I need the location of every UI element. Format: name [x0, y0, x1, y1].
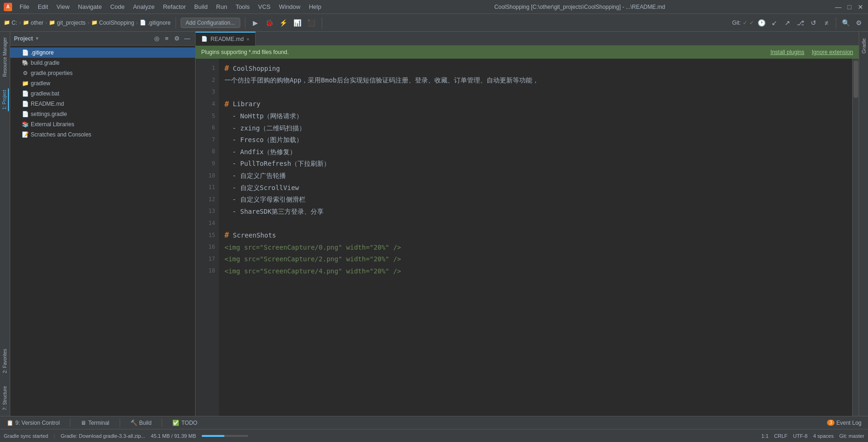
readme-tab-close[interactable]: × — [246, 36, 249, 42]
line-ending-indicator[interactable]: CRLF — [774, 433, 787, 439]
breadcrumb-item-other[interactable]: 📁other — [23, 20, 43, 26]
install-plugins-link[interactable]: Install plugins — [771, 49, 805, 55]
run-button[interactable]: ▶ — [250, 17, 261, 28]
menu-vcs[interactable]: VCS — [254, 2, 274, 11]
menu-edit[interactable]: Edit — [34, 2, 52, 11]
tree-item-gradlew.bat[interactable]: 📄gradlew.bat — [10, 88, 195, 99]
debug-button[interactable]: 🐞 — [264, 17, 275, 28]
code-tag-content: <img src="ScreenCapture/0.png" width="20… — [224, 242, 401, 252]
coverage-button[interactable]: ⚡ — [278, 17, 289, 28]
add-configuration-button[interactable]: Add Configuration... — [181, 18, 240, 28]
menu-analyze[interactable]: Analyze — [129, 2, 158, 11]
menu-refactor[interactable]: Refactor — [159, 2, 190, 11]
breadcrumb-item-CoolShopping[interactable]: 📁CoolShopping — [91, 20, 134, 26]
tree-item-readme.md[interactable]: 📄README.md — [10, 99, 195, 109]
line-number-17: 17 — [196, 253, 215, 265]
maximize-button[interactable]: □ — [846, 3, 853, 11]
breadcrumb-separator: › — [45, 20, 47, 26]
git-history-button[interactable]: 🕐 — [756, 17, 767, 28]
project-settings-button[interactable]: ⚙ — [173, 34, 181, 43]
menu-file[interactable]: File — [16, 2, 33, 11]
structure-tab[interactable]: 7: Structure — [1, 384, 8, 412]
notification-bar: Plugins supporting *.md files found. Ins… — [196, 46, 859, 59]
tree-item-external-libraries[interactable]: 📚External Libraries — [10, 119, 195, 129]
bottom-sep1 — [70, 419, 70, 427]
menu-view[interactable]: View — [53, 2, 73, 11]
project-layout-button[interactable]: ≡ — [163, 34, 171, 43]
file-icon: 📄 — [21, 90, 29, 97]
code-text-content: 一个仿拉手团购的购物App，采用Bmob后台实现短信验证码注册、登录、收藏、订单… — [224, 75, 539, 85]
code-line-17: <img src="ScreenCapture/2.png" width="20… — [224, 253, 847, 265]
tree-item-build.gradle[interactable]: 🐘build.gradle — [10, 58, 195, 68]
h1-marker: # — [224, 62, 229, 75]
tree-item-label: gradlew — [31, 80, 50, 87]
stop-button[interactable]: ⬛ — [306, 17, 317, 28]
git-check2-icon: ✓ — [749, 20, 754, 26]
gradle-panel-tab[interactable]: Gradle — [860, 35, 868, 56]
encoding-indicator[interactable]: UTF-8 — [793, 433, 807, 439]
tree-item-.gitignore[interactable]: 📄.gitignore — [10, 48, 195, 58]
line-number-16: 16 — [196, 241, 215, 253]
close-button[interactable]: ✕ — [857, 3, 864, 11]
settings-button[interactable]: ⚙ — [853, 17, 864, 28]
code-line-12: - 自定义字母索引侧滑栏 — [224, 194, 847, 206]
tree-item-label: README.md — [31, 101, 64, 107]
version-control-tab[interactable]: 📋 9: Version Control — [4, 419, 62, 427]
indent-indicator[interactable]: 4 spaces — [813, 433, 834, 439]
tree-item-label: External Libraries — [31, 121, 74, 128]
editor-scrollbar[interactable] — [852, 59, 859, 416]
breadcrumb-item-C:[interactable]: 📁C: — [4, 20, 17, 26]
resource-manager-tab[interactable]: Resource Manager — [1, 35, 8, 79]
tree-item-scratches-and-consoles[interactable]: 📝Scratches and Consoles — [10, 129, 195, 140]
line-number-11: 11 — [196, 182, 215, 194]
tree-item-gradlew[interactable]: 📁gradlew — [10, 78, 195, 88]
code-line-15: # ScreenShots — [224, 229, 847, 241]
code-line-16: <img src="ScreenCapture/0.png" width="20… — [224, 241, 847, 253]
breadcrumb-item-git_projects[interactable]: 📁git_projects — [49, 20, 85, 26]
profile-button[interactable]: 📊 — [292, 17, 303, 28]
tabs-bar: 📄 README.md × — [196, 32, 859, 46]
ignore-extension-link[interactable]: Ignore extension — [812, 49, 853, 55]
menu-build[interactable]: Build — [190, 2, 211, 11]
code-area[interactable]: # CoolShopping一个仿拉手团购的购物App，采用Bmob后台实现短信… — [219, 59, 852, 416]
project-tab[interactable]: 1: Project — [1, 88, 9, 111]
code-text-content: - 自定义ScrollView — [224, 183, 299, 193]
toolbar-separator-3 — [322, 17, 322, 28]
code-line-11: - 自定义ScrollView — [224, 182, 847, 194]
code-line-10: - 自定义广告轮播 — [224, 170, 847, 182]
menu-navigate[interactable]: Navigate — [74, 2, 105, 11]
line-number-3: 3 — [196, 86, 215, 98]
git-branch-button[interactable]: ⎇ — [795, 17, 806, 28]
git-diff-button[interactable]: ≠ — [821, 17, 832, 28]
menu-tools[interactable]: Tools — [232, 2, 253, 11]
git-push-button[interactable]: ↗ — [782, 17, 793, 28]
code-text-content: - 自定义字母索引侧滑栏 — [224, 194, 305, 204]
menu-run[interactable]: Run — [212, 2, 231, 11]
editor-content: 123456789101112131415161718 # CoolShoppi… — [196, 59, 859, 416]
code-line-8: - Andfix（热修复） — [224, 146, 847, 158]
menu-window[interactable]: Window — [275, 2, 304, 11]
project-minimize-button[interactable]: — — [183, 34, 191, 43]
menu-code[interactable]: Code — [107, 2, 129, 11]
search-everywhere-button[interactable]: 🔍 — [840, 17, 851, 28]
git-update-button[interactable]: ↙ — [769, 17, 780, 28]
build-tab[interactable]: 🔨 Build — [128, 419, 155, 427]
tree-item-label: settings.gradle — [31, 111, 67, 117]
minimize-button[interactable]: — — [834, 3, 842, 11]
tree-item-gradle.properties[interactable]: ⚙gradle.properties — [10, 68, 195, 78]
gradle-progress-bar — [202, 435, 248, 437]
breadcrumb-item-.gitignore[interactable]: 📄.gitignore — [140, 20, 170, 26]
git-revert-button[interactable]: ↺ — [808, 17, 819, 28]
file-icon: 📄 — [21, 101, 29, 107]
event-log-tab[interactable]: 3 Event Log — [824, 419, 864, 427]
terminal-tab[interactable]: 🖥 Terminal — [78, 419, 112, 427]
todo-tab[interactable]: ✅ TODO — [170, 419, 200, 427]
file-icon: 📄 — [140, 20, 146, 26]
cursor-position[interactable]: 1:1 — [761, 433, 768, 439]
favorites-tab[interactable]: 2: Favorites — [1, 347, 8, 375]
readme-tab[interactable]: 📄 README.md × — [196, 32, 256, 46]
project-scope-button[interactable]: ◎ — [152, 34, 161, 43]
tree-item-settings.gradle[interactable]: 📄settings.gradle — [10, 109, 195, 119]
code-line-6: - zxing（二维码扫描） — [224, 122, 847, 134]
menu-help[interactable]: Help — [305, 2, 325, 11]
